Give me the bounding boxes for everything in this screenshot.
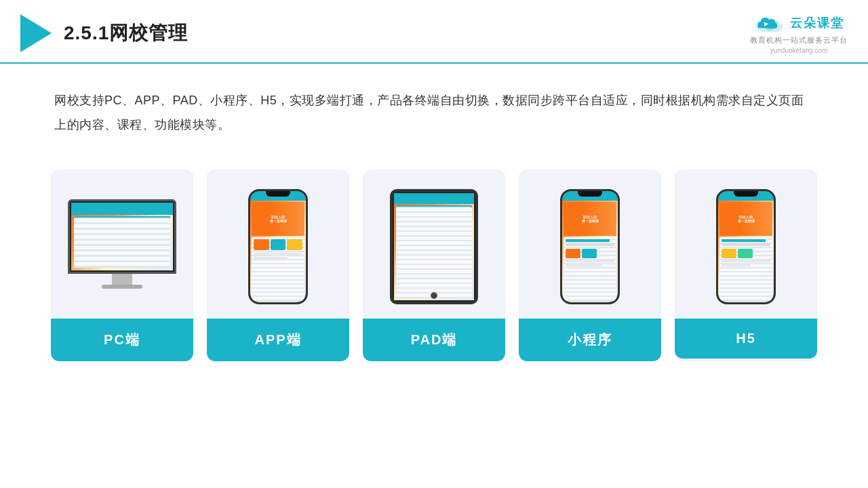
tablet-screen: 职达人的第一堂网课	[394, 193, 474, 300]
card-app-label: APP端	[207, 319, 349, 361]
phone-screen-content-h5	[719, 237, 772, 301]
card-h5-image: 职达人的第一堂网课	[675, 169, 817, 319]
monitor-stand	[112, 274, 132, 285]
brand-url: yunduoketang.com	[770, 47, 828, 54]
card-pc-image: 职达人的第一堂网课	[51, 169, 193, 319]
phone-mockup-h5: 职达人的第一堂网课	[716, 189, 776, 304]
pc-mockup: 职达人的第一堂网课	[68, 199, 176, 294]
phone-screen-content-app	[252, 237, 304, 301]
card-miniprogram: 职达人的第一堂网课	[519, 169, 661, 361]
cloud-logo: 云朵课堂	[753, 12, 844, 34]
header-left: 2.5.1网校管理	[20, 14, 188, 52]
monitor-screen-inner: 职达人的第一堂网课	[71, 203, 173, 270]
tablet-home-button	[431, 292, 437, 299]
monitor-screen-outer: 职达人的第一堂网课	[68, 199, 176, 274]
phone-screen-h5: 职达人的第一堂网课	[718, 191, 774, 302]
cloud-icon	[753, 12, 786, 34]
description-content: 网校支持PC、APP、PAD、小程序、H5，实现多端打通，产品各终端自由切换，数…	[54, 94, 804, 131]
phone-screen-img-mini: 职达人的第一堂网课	[564, 202, 616, 236]
brand-subtitle: 教育机构一站式服务云平台	[750, 35, 848, 45]
phone-mockup-app: 职达人的第一堂网课	[248, 189, 308, 304]
card-h5-label: H5	[675, 319, 817, 359]
header: 2.5.1网校管理 云朵课堂 教育机构一站式服务云平台 yunduoketang…	[0, 0, 868, 64]
card-pad: 职达人的第一堂网课	[363, 169, 505, 361]
brand-name: 云朵课堂	[790, 15, 844, 31]
card-miniprogram-label: 小程序	[519, 319, 661, 361]
phone-notch	[266, 191, 290, 197]
card-app: 职达人的第一堂网课	[207, 169, 349, 361]
card-pc-label: PC端	[51, 319, 193, 361]
phone-screen-mini: 职达人的第一堂网课	[562, 191, 618, 302]
description-text: 网校支持PC、APP、PAD、小程序、H5，实现多端打通，产品各终端自由切换，数…	[0, 64, 868, 149]
card-miniprogram-image: 职达人的第一堂网课	[519, 169, 661, 319]
page-title: 2.5.1网校管理	[64, 20, 188, 46]
phone-notch-h5	[734, 191, 758, 197]
card-h5: 职达人的第一堂网课	[675, 169, 817, 361]
logo-triangle-icon	[20, 14, 52, 52]
phone-screen-app: 职达人的第一堂网课	[250, 191, 306, 302]
card-app-image: 职达人的第一堂网课	[207, 169, 349, 319]
card-pad-label: PAD端	[363, 319, 505, 361]
monitor-base	[102, 285, 142, 289]
cards-section: 职达人的第一堂网课	[0, 149, 868, 361]
card-pc: 职达人的第一堂网课	[51, 169, 193, 361]
phone-notch-mini	[578, 191, 602, 197]
phone-screen-img-h5: 职达人的第一堂网课	[719, 202, 772, 236]
phone-mockup-mini: 职达人的第一堂网课	[560, 189, 620, 304]
tablet-mockup: 职达人的第一堂网课	[390, 189, 478, 304]
phone-screen-content-mini	[564, 237, 616, 301]
brand-area: 云朵课堂 教育机构一站式服务云平台 yunduoketang.com	[750, 12, 848, 54]
phone-screen-img-app: 职达人的第一堂网课	[252, 202, 304, 236]
card-pad-image: 职达人的第一堂网课	[363, 169, 505, 319]
